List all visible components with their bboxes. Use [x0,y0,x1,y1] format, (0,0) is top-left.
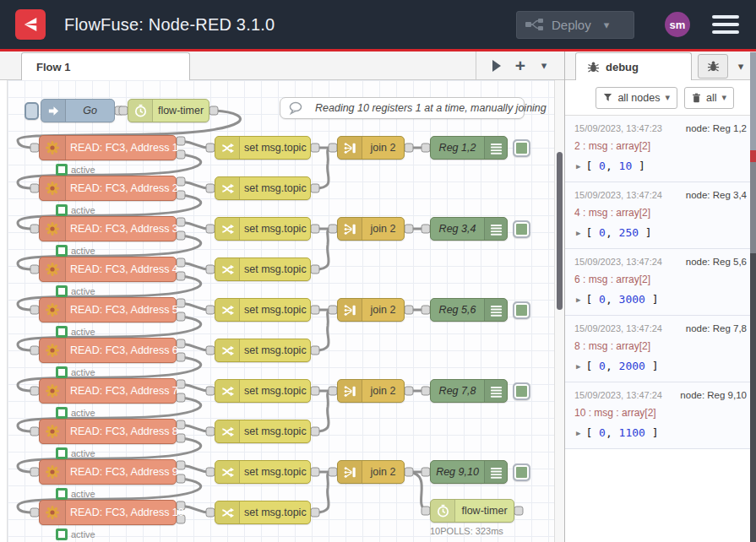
wire[interactable] [315,229,333,269]
node-port[interactable] [329,387,337,395]
wire[interactable] [315,310,333,350]
wire[interactable] [315,472,333,512]
node-port[interactable] [329,468,337,476]
debug-tab[interactable]: debug [575,52,692,80]
add-flow-button[interactable]: + [509,55,532,77]
node-modbus-read[interactable]: READ: FC3, Address 8 [39,419,177,444]
hamburger-menu-icon[interactable] [712,11,739,38]
node-change-set-topic[interactable]: set msg.topic [215,339,311,362]
node-change-set-topic[interactable]: set msg.topic [215,136,311,160]
node-port[interactable] [514,507,523,515]
node-port[interactable] [206,346,215,355]
debug-message[interactable]: 15/09/2023, 13:47:24 node: Reg 9,10 10 :… [565,382,756,449]
node-port[interactable] [209,106,218,115]
node-port[interactable] [206,387,215,395]
user-avatar[interactable]: sm [665,12,690,37]
node-modbus-read[interactable]: READ: FC3, Address 9 [39,459,177,485]
debug-toggle-button[interactable] [698,54,728,79]
canvas-scrollbar[interactable] [554,80,564,542]
debug-enable-toggle[interactable] [513,463,530,481]
node-port[interactable] [30,144,39,152]
overview-scrollbar[interactable] [750,51,756,542]
node-port[interactable] [329,225,337,233]
node-port[interactable] [206,306,215,314]
node-port[interactable] [405,306,413,314]
node-debug-reg[interactable]: Reg 1,2 [430,136,508,160]
node-modbus-read[interactable]: READ: FC3, Address 5 [39,297,177,322]
node-change-set-topic[interactable]: set msg.topic [215,460,311,484]
node-change-set-topic[interactable]: set msg.topic [215,420,311,443]
node-modbus-read[interactable]: READ: FC3, Address 2 [39,176,177,201]
node-port[interactable] [311,144,319,152]
node-port[interactable] [206,508,215,517]
debug-message[interactable]: 15/09/2023, 13:47:23 node: Reg 1,2 2 : m… [565,116,756,182]
debug-enable-toggle[interactable] [513,301,530,319]
canvas-scrollbar-thumb[interactable] [557,152,563,310]
node-port[interactable] [30,346,39,355]
node-modbus-read[interactable]: READ: FC3, Address 10 [39,500,177,525]
node-port[interactable] [30,265,39,274]
flow-list-caret-icon[interactable]: ▾ [532,55,556,77]
node-join[interactable]: join 2 [337,460,405,484]
node-port[interactable] [206,265,215,274]
node-port[interactable] [405,144,413,152]
node-port[interactable] [30,387,39,395]
node-modbus-read[interactable]: READ: FC3, Address 6 [39,338,177,363]
node-port[interactable] [30,508,39,517]
node-port[interactable] [30,468,39,476]
node-debug-reg[interactable]: Reg 3,4 [430,217,508,241]
debug-message[interactable]: 15/09/2023, 13:47:24 node: Reg 3,4 4 : m… [565,182,756,249]
node-modbus-read[interactable]: READ: FC3, Address 4 [39,257,177,282]
node-port[interactable] [119,106,128,115]
node-port[interactable] [405,468,413,476]
node-port[interactable] [311,508,319,517]
node-change-set-topic[interactable]: set msg.topic [215,379,311,403]
node-port[interactable] [206,144,215,152]
debug-message[interactable]: 15/09/2023, 13:47:24 node: Reg 7,8 8 : m… [565,316,756,382]
expand-triangle-icon[interactable]: ▶ [576,295,580,304]
inject-button[interactable] [24,102,39,120]
node-port[interactable] [422,468,430,476]
node-inject-go[interactable]: Go [41,99,115,122]
expand-triangle-icon[interactable]: ▶ [576,229,580,237]
node-change-set-topic[interactable]: set msg.topic [215,217,311,241]
node-change-set-topic[interactable]: set msg.topic [215,176,311,200]
expand-triangle-icon[interactable]: ▶ [576,162,580,171]
node-modbus-read[interactable]: READ: FC3, Address 1 [39,135,177,160]
debug-enable-toggle[interactable] [513,382,530,400]
debug-message[interactable]: 15/09/2023, 13:47:24 node: Reg 5,6 6 : m… [565,249,756,316]
node-port[interactable] [311,468,319,476]
node-flow-timer[interactable]: flow-timer [128,99,209,122]
node-debug-reg[interactable]: Reg 5,6 [430,298,508,322]
overview-thumb[interactable] [750,52,756,150]
node-port[interactable] [422,225,430,233]
node-port[interactable] [311,265,319,274]
node-port[interactable] [329,306,337,314]
expand-triangle-icon[interactable]: ▶ [576,429,580,437]
node-port[interactable] [30,306,39,314]
wire[interactable] [315,391,333,431]
deploy-button[interactable]: Deploy ▾ [516,11,634,39]
node-port[interactable] [311,306,319,314]
node-port[interactable] [206,184,215,192]
node-join[interactable]: join 2 [337,298,405,322]
node-port[interactable] [311,427,319,436]
node-modbus-read[interactable]: READ: FC3, Address 7 [39,378,177,404]
node-port[interactable] [206,225,215,233]
node-port[interactable] [405,225,413,233]
node-port[interactable] [405,387,413,395]
debug-enable-toggle[interactable] [513,220,530,238]
node-port[interactable] [30,225,39,233]
node-flow-timer[interactable]: flow-timer [430,499,514,523]
node-change-set-topic[interactable]: set msg.topic [215,298,311,322]
node-join[interactable]: join 2 [337,379,405,403]
debug-clear-button[interactable]: all ▾ [684,87,734,109]
sidebar-options-caret-icon[interactable]: ▾ [732,60,749,73]
node-comment[interactable]: Reading 10 registers 1 at a time, manual… [280,97,525,119]
node-port[interactable] [30,427,39,436]
node-port[interactable] [311,346,319,355]
expand-triangle-icon[interactable]: ▶ [576,362,580,371]
node-port[interactable] [311,184,319,192]
deploy-caret-icon[interactable]: ▾ [604,19,610,31]
node-port[interactable] [422,144,430,152]
